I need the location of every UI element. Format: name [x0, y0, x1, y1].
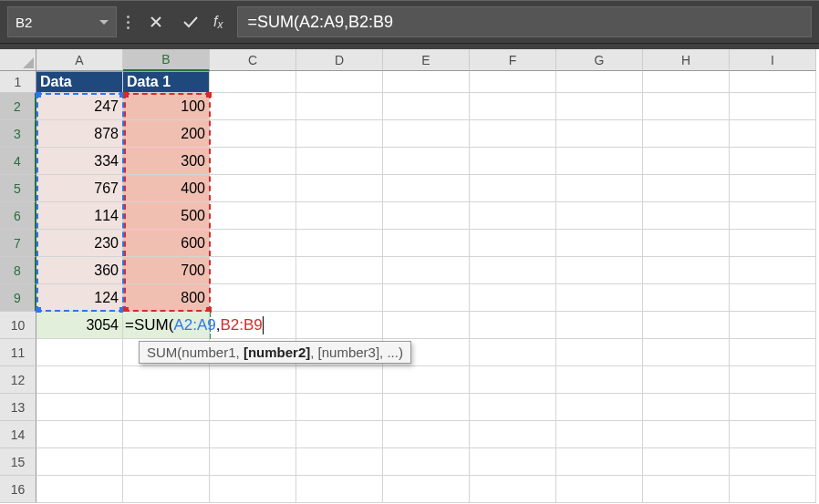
row-header-4[interactable]: 4: [0, 148, 36, 175]
cell-C4[interactable]: [210, 148, 296, 175]
cell-A2[interactable]: 247: [36, 93, 123, 120]
cell-F5[interactable]: [470, 175, 556, 202]
cell-I6[interactable]: [730, 202, 816, 230]
cell-F9[interactable]: [470, 284, 556, 312]
cell-E1[interactable]: [383, 71, 470, 93]
select-all-corner[interactable]: [0, 49, 36, 71]
cell-A9[interactable]: 124: [36, 284, 123, 312]
cell-I4[interactable]: [730, 148, 816, 175]
confirm-formula-button[interactable]: [173, 6, 208, 37]
cell-G9[interactable]: [556, 284, 643, 312]
cell-A11[interactable]: [36, 339, 123, 366]
cell-A16[interactable]: [36, 476, 123, 503]
cell-E3[interactable]: [383, 120, 470, 148]
row-header-10[interactable]: 10: [0, 312, 36, 339]
cell-D10[interactable]: [296, 312, 383, 339]
cell-H14[interactable]: [643, 421, 730, 448]
cell-F10[interactable]: [470, 312, 556, 339]
cell-A1[interactable]: Data: [36, 71, 123, 93]
cell-D7[interactable]: [296, 230, 383, 257]
cancel-formula-button[interactable]: [139, 6, 173, 37]
cell-I11[interactable]: [730, 339, 816, 366]
cell-A14[interactable]: [36, 421, 123, 448]
cell-A10[interactable]: 3054: [36, 312, 123, 339]
cell-H12[interactable]: [643, 366, 730, 394]
cell-D14[interactable]: [296, 421, 383, 448]
column-header-G[interactable]: G: [556, 49, 643, 71]
cell-A5[interactable]: 767: [36, 175, 123, 202]
cell-E2[interactable]: [383, 93, 470, 120]
cell-D8[interactable]: [296, 257, 383, 284]
cell-B14[interactable]: [123, 421, 210, 448]
cell-B1[interactable]: Data 1: [123, 71, 210, 93]
cell-G11[interactable]: [556, 339, 643, 366]
cell-C6[interactable]: [210, 202, 296, 230]
dropdown-caret-icon[interactable]: [99, 20, 109, 25]
cell-G8[interactable]: [556, 257, 643, 284]
cell-E10[interactable]: [383, 312, 470, 339]
cell-G16[interactable]: [556, 476, 643, 503]
cell-I1[interactable]: [730, 71, 816, 93]
cell-E5[interactable]: [383, 175, 470, 202]
cell-H13[interactable]: [643, 394, 730, 421]
cell-F16[interactable]: [470, 476, 556, 503]
column-header-I[interactable]: I: [730, 49, 816, 71]
cell-B13[interactable]: [123, 394, 210, 421]
cell-B15[interactable]: [123, 448, 210, 476]
cell-H15[interactable]: [643, 448, 730, 476]
cell-F3[interactable]: [470, 120, 556, 148]
cell-I9[interactable]: [730, 284, 816, 312]
cell-E16[interactable]: [383, 476, 470, 503]
cell-E14[interactable]: [383, 421, 470, 448]
spreadsheet-grid[interactable]: ABCDEFGHI 12345678910111213141516 DataDa…: [0, 49, 819, 504]
cell-A12[interactable]: [36, 366, 123, 394]
cell-D3[interactable]: [296, 120, 383, 148]
cell-H16[interactable]: [643, 476, 730, 503]
row-header-14[interactable]: 14: [0, 421, 36, 448]
cell-B8[interactable]: 700: [123, 257, 210, 284]
cell-G10[interactable]: [556, 312, 643, 339]
cell-A7[interactable]: 230: [36, 230, 123, 257]
cell-E7[interactable]: [383, 230, 470, 257]
cell-H11[interactable]: [643, 339, 730, 366]
cell-F2[interactable]: [470, 93, 556, 120]
cell-I3[interactable]: [730, 120, 816, 148]
cell-G3[interactable]: [556, 120, 643, 148]
cell-D16[interactable]: [296, 476, 383, 503]
cell-H7[interactable]: [643, 230, 730, 257]
cell-C3[interactable]: [210, 120, 296, 148]
cell-A6[interactable]: 114: [36, 202, 123, 230]
row-header-2[interactable]: 2: [0, 93, 36, 120]
cell-B4[interactable]: 300: [123, 148, 210, 175]
cell-B10[interactable]: =SUM(A2:A9,B2:B9: [123, 312, 210, 339]
cell-C13[interactable]: [210, 394, 296, 421]
cell-D12[interactable]: [296, 366, 383, 394]
row-header-13[interactable]: 13: [0, 394, 36, 421]
cell-D2[interactable]: [296, 93, 383, 120]
cell-H2[interactable]: [643, 93, 730, 120]
row-header-1[interactable]: 1: [0, 71, 36, 93]
cell-F13[interactable]: [470, 394, 556, 421]
cell-F4[interactable]: [470, 148, 556, 175]
cell-G2[interactable]: [556, 93, 643, 120]
cell-C1[interactable]: [210, 71, 296, 93]
cell-A3[interactable]: 878: [36, 120, 123, 148]
cell-H8[interactable]: [643, 257, 730, 284]
cell-G1[interactable]: [556, 71, 643, 93]
cell-B3[interactable]: 200: [123, 120, 210, 148]
cell-D15[interactable]: [296, 448, 383, 476]
row-header-8[interactable]: 8: [0, 257, 36, 284]
cell-C14[interactable]: [210, 421, 296, 448]
cell-E9[interactable]: [383, 284, 470, 312]
cell-B7[interactable]: 600: [123, 230, 210, 257]
cell-E8[interactable]: [383, 257, 470, 284]
row-header-6[interactable]: 6: [0, 202, 36, 230]
cell-B6[interactable]: 500: [123, 202, 210, 230]
column-header-E[interactable]: E: [383, 49, 470, 71]
cell-H6[interactable]: [643, 202, 730, 230]
cell-B2[interactable]: 100: [123, 93, 210, 120]
cell-F7[interactable]: [470, 230, 556, 257]
cell-C15[interactable]: [210, 448, 296, 476]
cell-I16[interactable]: [730, 476, 816, 503]
row-header-16[interactable]: 16: [0, 476, 36, 503]
